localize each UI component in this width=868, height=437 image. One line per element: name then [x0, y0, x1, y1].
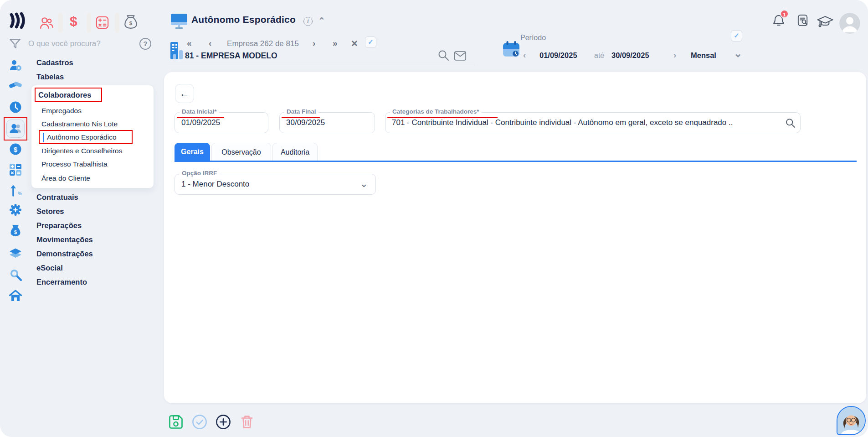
sidebar-cadastros-icon[interactable]: [9, 59, 22, 72]
sidebar-layers-icon[interactable]: [9, 247, 22, 260]
period-chevron-down-icon[interactable]: ⌄: [734, 47, 742, 60]
sidebar-gear-icon[interactable]: [9, 203, 22, 216]
menu-item-movimentacoes[interactable]: Movimentações: [36, 235, 93, 244]
menu-item-tabelas[interactable]: Tabelas: [36, 73, 64, 81]
tab-underline: [175, 161, 857, 162]
back-arrow-icon: ←: [180, 88, 190, 99]
menu-item-demonstracoes[interactable]: Demonstrações: [36, 250, 93, 258]
topbar-divider: [115, 13, 119, 33]
data-final-field[interactable]: Data Final 30/09/2025: [279, 112, 375, 133]
menu-item-encerramento[interactable]: Encerramento: [36, 278, 87, 286]
submenu-item-empregados[interactable]: Empregados: [41, 107, 82, 115]
submenu-item-processo-trabalhista[interactable]: Processo Trabalhista: [41, 160, 108, 168]
submenu-item-area-do-cliente[interactable]: Área do Cliente: [41, 174, 90, 182]
company-checkbox[interactable]: ✓: [365, 36, 376, 48]
sidebar-search-icon[interactable]: [9, 268, 22, 281]
data-inicial-field[interactable]: Data Inicial* 01/09/2025: [175, 112, 268, 133]
confirm-button[interactable]: [191, 414, 208, 430]
building-icon: [168, 41, 185, 62]
info-icon[interactable]: i: [303, 17, 313, 26]
people-module-icon[interactable]: [39, 15, 54, 32]
menu-item-preparacoes[interactable]: Preparações: [36, 221, 82, 230]
calculator-module-icon[interactable]: [95, 16, 109, 31]
categorias-field[interactable]: Categorias de Trabalhadores* 701 - Contr…: [385, 112, 801, 133]
notification-badge: 1: [780, 10, 789, 18]
opcao-irrf-label: Opção IRRF: [180, 170, 219, 177]
document-search-icon[interactable]: [796, 14, 810, 29]
period-next-button[interactable]: ›: [673, 50, 676, 60]
submenu-selected-bar: [43, 133, 44, 142]
menu-item-colaboradores[interactable]: Colaboradores: [38, 91, 91, 99]
company-last-button[interactable]: »: [333, 38, 338, 48]
submenu-item-autonomo-esporadico[interactable]: Autônomo Esporádico: [47, 133, 117, 141]
period-end-date[interactable]: 30/09/2025: [611, 51, 649, 60]
finance-module-icon[interactable]: $: [70, 14, 77, 29]
period-prev-button[interactable]: ‹: [523, 50, 526, 60]
menu-item-setores[interactable]: Setores: [36, 207, 64, 216]
colaboradores-submenu-panel: Colaboradores Empregados Cadastramento N…: [31, 85, 154, 188]
company-position-label: Empresa 262 de 815: [222, 39, 304, 48]
period-checkbox[interactable]: ✓: [731, 30, 742, 42]
menu-item-contratuais[interactable]: Contratuais: [36, 193, 78, 202]
sidebar-moneybag-icon[interactable]: $: [9, 224, 22, 237]
period-label: Período: [520, 34, 546, 42]
app-window: $ $ Autônomo Esporádico i ⌃ 1: [0, 0, 868, 437]
envelope-icon[interactable]: [454, 51, 467, 63]
sidebar-colaboradores-icon[interactable]: [9, 122, 22, 135]
company-search-icon[interactable]: [437, 49, 449, 63]
collapse-header-icon[interactable]: ⌃: [318, 16, 325, 26]
opcao-irrf-value: 1 - Menor Desconto: [175, 174, 375, 194]
tab-observacao[interactable]: Observação: [211, 143, 271, 161]
svg-text:$: $: [14, 229, 17, 235]
company-first-button[interactable]: «: [187, 38, 192, 48]
search-input[interactable]: O que você procura?: [28, 39, 101, 48]
help-icon[interactable]: ?: [139, 38, 151, 50]
menu-item-cadastros[interactable]: Cadastros: [36, 58, 73, 67]
opcao-irrf-select[interactable]: Opção IRRF 1 - Menor Desconto ⌄: [175, 174, 376, 195]
screen-monitor-icon: [170, 13, 188, 31]
topbar-divider: [58, 13, 63, 33]
svg-text:$: $: [14, 146, 18, 153]
filter-icon[interactable]: [9, 38, 21, 52]
company-prev-button[interactable]: ‹: [209, 38, 211, 48]
topbar-divider: [87, 13, 91, 33]
submenu-item-dirigentes[interactable]: Dirigentes e Conselheiros: [41, 147, 122, 155]
add-button[interactable]: [215, 414, 231, 430]
svg-text:$: $: [129, 20, 133, 26]
back-button[interactable]: ←: [175, 84, 194, 103]
calendar-icon: [502, 40, 520, 60]
company-next-button[interactable]: ›: [313, 38, 315, 48]
data-inicial-value: 01/09/2025: [175, 113, 268, 132]
sidebar-indices-icon[interactable]: %: [9, 184, 22, 197]
data-inicial-label: Data Inicial*: [180, 108, 219, 115]
content-card: ← Data Inicial* 01/09/2025 Data Final 30…: [164, 72, 866, 403]
sidebar-calculator-icon[interactable]: [9, 163, 22, 176]
categorias-search-icon[interactable]: [785, 118, 796, 130]
sidebar-dollar-icon[interactable]: $: [9, 143, 22, 156]
tab-gerais[interactable]: Gerais: [175, 143, 210, 161]
select-chevron-down-icon: ⌄: [360, 178, 368, 190]
page-title: Autônomo Esporádico: [191, 14, 296, 25]
data-final-value: 30/09/2025: [280, 113, 375, 132]
brand-logo: [9, 12, 26, 29]
graduation-cap-icon[interactable]: [817, 15, 834, 30]
period-start-date[interactable]: 01/09/2025: [539, 51, 577, 60]
submenu-item-cadastramento-nis-lote[interactable]: Cadastramento Nis Lote: [41, 120, 118, 128]
company-name: 81 - EMPRESA MODELO: [185, 51, 277, 61]
assistant-avatar[interactable]: [837, 406, 866, 435]
company-close-button[interactable]: ✕: [351, 38, 358, 49]
delete-button[interactable]: [239, 414, 255, 430]
period-until-label: até: [594, 52, 604, 60]
sidebar-tabelas-icon[interactable]: [9, 79, 22, 92]
tab-auditoria[interactable]: Auditoria: [272, 143, 318, 161]
period-mode[interactable]: Mensal: [691, 51, 716, 60]
sidebar-clock-icon[interactable]: [9, 101, 22, 114]
user-avatar[interactable]: [839, 13, 860, 34]
save-button[interactable]: [168, 414, 184, 430]
menu-item-esocial[interactable]: eSocial: [36, 264, 63, 272]
company-section-divider: [168, 65, 475, 65]
categorias-label: Categorias de Trabalhadores*: [390, 108, 482, 115]
sidebar-home-icon[interactable]: [9, 289, 22, 302]
moneybag-module-icon[interactable]: $: [123, 14, 138, 31]
data-final-label: Data Final: [284, 108, 318, 115]
